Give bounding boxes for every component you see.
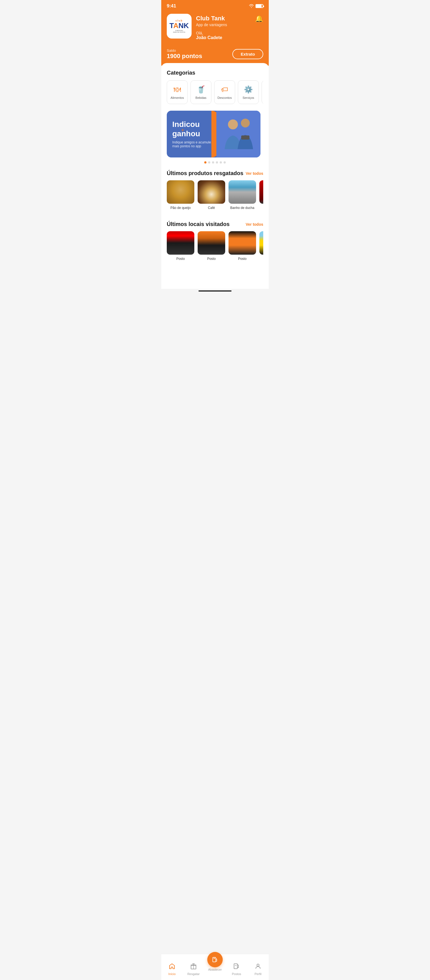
- food-icon: 🍽: [174, 85, 181, 94]
- product-label: Café: [198, 206, 225, 210]
- categories-grid: 🍽 Alimentos 🥤 Bebidas 🏷 Descontos ⚙️ Ser…: [167, 80, 263, 105]
- banner-title: Indicouganhou: [172, 120, 216, 138]
- category-label: Bebidas: [195, 96, 206, 99]
- categories-section: Categorias 🍽 Alimentos 🥤 Bebidas 🏷 Desco…: [167, 70, 263, 105]
- services-icon: ⚙️: [244, 85, 253, 94]
- product-label: Refrigerante Coca-cola: [259, 206, 263, 215]
- place-image: [259, 231, 263, 255]
- products-scroll: Pão de queijo Café Banho de ducha Refrig…: [167, 180, 263, 215]
- category-alimentos[interactable]: 🍽 Alimentos: [167, 80, 188, 104]
- banner-section: Indicouganhou Indique amigos e acumule m…: [167, 111, 263, 164]
- place-posto-3[interactable]: Posto: [229, 231, 256, 261]
- product-label: Banho de ducha: [229, 206, 256, 210]
- status-icons: [249, 4, 263, 8]
- places-section: Últimos locais visitados Ver todos Posto…: [167, 221, 263, 261]
- product-image: [229, 180, 256, 204]
- dot-5: [220, 161, 222, 164]
- dot-1: [204, 161, 206, 164]
- category-descontos[interactable]: 🏷 Descontos: [214, 80, 235, 104]
- main-content: Categorias 🍽 Alimentos 🥤 Bebidas 🏷 Desco…: [161, 63, 269, 289]
- people-illustration: [218, 113, 259, 155]
- svg-point-0: [228, 119, 238, 129]
- product-banho[interactable]: Banho de ducha: [229, 180, 256, 215]
- dot-6: [224, 161, 226, 164]
- categories-title: Categorias: [167, 70, 263, 76]
- status-bar: 9:41: [161, 0, 269, 11]
- banner-content: Indicouganhou Indique amigos e acumule m…: [172, 120, 216, 148]
- place-label: Posto: [229, 257, 256, 261]
- category-utilitarios[interactable]: 🔧 Utilitários: [262, 80, 263, 104]
- extrato-button[interactable]: Extrato: [232, 49, 263, 59]
- place-image: [198, 231, 225, 255]
- app-name: Club Tank: [196, 15, 255, 22]
- category-bebidas[interactable]: 🥤 Bebidas: [190, 80, 211, 104]
- place-label: Posto: [198, 257, 225, 261]
- place-posto-2[interactable]: Posto: [198, 231, 225, 261]
- product-image: [198, 180, 225, 204]
- place-posto-4[interactable]: Posto: [259, 231, 263, 261]
- place-image: [229, 231, 256, 255]
- products-header: Últimos produtos resgatados Ver todos: [167, 170, 263, 177]
- products-ver-todos[interactable]: Ver todos: [246, 171, 263, 176]
- dot-3: [212, 161, 214, 164]
- product-pao-queijo[interactable]: Pão de queijo: [167, 180, 194, 215]
- notification-bell-icon[interactable]: 🔔: [255, 14, 263, 22]
- places-scroll: Posto Posto Posto Posto Loja: [167, 231, 263, 261]
- products-section: Últimos produtos resgatados Ver todos Pã…: [167, 170, 263, 215]
- place-posto-1[interactable]: Posto: [167, 231, 194, 261]
- banner-dots: [167, 161, 263, 164]
- product-cafe[interactable]: Café: [198, 180, 225, 215]
- category-label: Alimentos: [171, 96, 184, 99]
- status-time: 9:41: [167, 3, 176, 9]
- balance-label: Saldo: [167, 48, 202, 52]
- places-title: Últimos locais visitados: [167, 221, 230, 228]
- category-servicos[interactable]: ⚙️ Serviços: [238, 80, 259, 104]
- product-refrigerante[interactable]: Refrigerante Coca-cola: [259, 180, 263, 215]
- dot-4: [216, 161, 218, 164]
- place-image: [167, 231, 194, 255]
- dot-2: [208, 161, 210, 164]
- banner-subtitle: Indique amigos e acumule mais pontos no …: [172, 141, 216, 148]
- place-label: Posto: [167, 257, 194, 261]
- category-label: Serviços: [243, 96, 254, 99]
- product-image: [167, 180, 194, 204]
- balance-value: 1900 pontos: [167, 52, 202, 60]
- username: João Cadete: [196, 35, 255, 40]
- places-ver-todos[interactable]: Ver todos: [246, 222, 263, 227]
- header-info: Club Tank App de vantagens Olá, João Cad…: [192, 14, 255, 40]
- category-label: Descontos: [217, 96, 232, 99]
- product-label: Pão de queijo: [167, 206, 194, 210]
- banner-scroll: Indicouganhou Indique amigos e acumule m…: [167, 111, 263, 158]
- banner-card-1[interactable]: Indicouganhou Indique amigos e acumule m…: [167, 111, 261, 158]
- banner-people-image: [216, 111, 261, 158]
- wifi-icon: [249, 4, 254, 8]
- products-title: Últimos produtos resgatados: [167, 170, 243, 177]
- places-header: Últimos locais visitados Ver todos: [167, 221, 263, 228]
- product-image: [259, 180, 263, 204]
- app-desc: App de vantagens: [196, 22, 255, 27]
- greeting-text: Olá,: [196, 31, 255, 35]
- app-logo: club TANK SOBERANOREDE DE POSTOS: [167, 14, 192, 38]
- svg-point-1: [241, 119, 250, 127]
- place-label: Posto: [259, 257, 263, 261]
- discount-icon: 🏷: [221, 85, 228, 94]
- battery-icon: [256, 4, 263, 8]
- home-indicator: [198, 290, 232, 291]
- app-header: club TANK SOBERANOREDE DE POSTOS Club Ta…: [161, 11, 269, 46]
- drink-icon: 🥤: [197, 85, 205, 94]
- svg-rect-2: [241, 135, 249, 140]
